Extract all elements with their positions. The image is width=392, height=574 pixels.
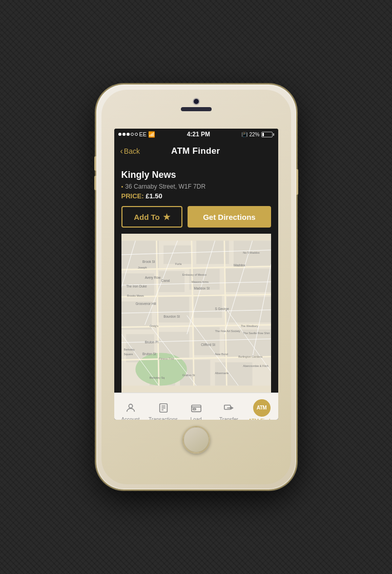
- battery-fill: [262, 133, 264, 136]
- svg-rect-78: [193, 408, 196, 409]
- back-label: Back: [124, 147, 140, 155]
- load-icon: [189, 401, 203, 415]
- tab-account[interactable]: Account: [114, 393, 147, 420]
- phone-frame: EE 📶 4:21 PM 📳 22%: [96, 85, 296, 489]
- get-directions-label: Get Directions: [203, 213, 256, 221]
- carrier-name: EE: [139, 131, 147, 137]
- price-label: PRICE:: [121, 192, 144, 200]
- tab-transactions-label: Transactions: [149, 417, 178, 420]
- battery-indicator: [261, 132, 274, 137]
- tab-transfer[interactable]: Transfer: [213, 393, 245, 420]
- svg-text:Canal: Canal: [161, 279, 170, 282]
- screen: EE 📶 4:21 PM 📳 22%: [114, 129, 278, 420]
- price-value: £1.50: [146, 192, 162, 200]
- svg-text:Bruton St: Bruton St: [142, 352, 156, 356]
- svg-text:Maddox St: Maddox St: [194, 286, 210, 290]
- account-icon: [123, 401, 138, 415]
- tab-bar: Account Transactions: [114, 393, 278, 420]
- transfer-icon: [222, 401, 236, 415]
- wifi-icon: 📶: [148, 131, 155, 138]
- speaker: [181, 107, 212, 111]
- map-view[interactable]: Maddox St Grosvenor Hill Bourdon St S Ge…: [121, 234, 271, 393]
- location-name: Kingly News: [121, 170, 271, 180]
- svg-text:Burlington Gardens: Burlington Gardens: [238, 355, 262, 358]
- add-to-label: Add To: [134, 213, 160, 221]
- back-button[interactable]: ‹ Back: [120, 147, 140, 156]
- signal-dot-4: [131, 133, 134, 136]
- tab-load[interactable]: Load: [180, 393, 213, 420]
- address-text: 36 Carnaby Street, W1F 7DR: [125, 183, 205, 190]
- star-icon: ★: [163, 212, 170, 222]
- power-button[interactable]: [296, 169, 298, 195]
- signal-dot-3: [127, 133, 130, 136]
- battery-body: [261, 132, 273, 137]
- svg-text:Albermarle: Albermarle: [215, 372, 228, 375]
- signal-dot-2: [122, 133, 126, 136]
- action-buttons: Add To ★ Get Directions: [121, 206, 271, 228]
- svg-text:Masons Arms: Masons Arms: [191, 280, 208, 283]
- chevron-left-icon: ‹: [120, 147, 123, 156]
- svg-text:S George: S George: [215, 307, 229, 311]
- bluetooth-icon: 📳: [241, 132, 247, 137]
- svg-rect-10: [156, 297, 189, 322]
- phone-inner: EE 📶 4:21 PM 📳 22%: [101, 90, 291, 484]
- location-price: PRICE: £1.50: [121, 192, 271, 200]
- tab-transfer-label: Transfer: [219, 417, 238, 420]
- svg-rect-2: [163, 245, 192, 264]
- svg-text:Grafton St: Grafton St: [182, 374, 195, 377]
- svg-text:Bourdon St: Bourdon St: [163, 315, 180, 318]
- status-bar: EE 📶 4:21 PM 📳 22%: [114, 129, 278, 140]
- tab-account-label: Account: [121, 417, 139, 420]
- svg-rect-11: [194, 295, 222, 318]
- add-to-button[interactable]: Add To ★: [121, 206, 183, 228]
- home-button-inner: [183, 427, 209, 453]
- svg-text:Furla: Furla: [175, 262, 181, 265]
- svg-text:The Westbury: The Westbury: [240, 324, 258, 327]
- map-svg: Maddox St Grosvenor Hill Bourdon St S Ge…: [121, 234, 271, 393]
- battery-tip: [273, 133, 274, 136]
- pin-icon: •: [121, 183, 123, 190]
- volume-down-button[interactable]: [94, 176, 96, 190]
- svg-point-72: [129, 404, 132, 407]
- svg-rect-8: [224, 269, 271, 292]
- svg-text:Clifford St: Clifford St: [201, 343, 215, 346]
- svg-text:Bruton Pl: Bruton Pl: [145, 340, 158, 344]
- transactions-icon: [156, 401, 171, 415]
- nav-title: ATM Finder: [140, 146, 252, 156]
- battery-percentage: 22%: [249, 132, 259, 137]
- tab-atm-finder-label: ATM Finder: [249, 418, 275, 420]
- svg-text:Avery Row: Avery Row: [145, 276, 160, 280]
- get-directions-button[interactable]: Get Directions: [188, 206, 271, 228]
- svg-text:New Bond: New Bond: [215, 353, 228, 356]
- svg-text:No 5 Maddox: No 5 Maddox: [243, 251, 260, 254]
- signal-indicator: [118, 133, 138, 136]
- svg-text:Joseph: Joseph: [137, 266, 147, 269]
- svg-text:Brook St: Brook St: [142, 260, 155, 263]
- svg-text:The Iron Duke: The Iron Duke: [126, 284, 147, 288]
- svg-text:Abercrombie & Fitch: Abercrombie & Fitch: [243, 364, 269, 367]
- svg-text:Grosvenor Hill: Grosvenor Hill: [135, 302, 156, 305]
- tab-atm-finder[interactable]: ATM ATM Finder: [245, 393, 278, 420]
- content-area: Kingly News • 36 Carnaby Street, W1F 7DR…: [114, 162, 278, 393]
- svg-text:The Fine Art Society: The Fine Art Society: [215, 330, 240, 333]
- camera: [194, 99, 199, 104]
- home-button[interactable]: [182, 426, 210, 454]
- svg-rect-79: [224, 405, 230, 409]
- svg-text:Fitness First: Fitness First: [159, 357, 174, 360]
- svg-text:Greig's: Greig's: [149, 324, 158, 327]
- svg-text:Embassy of Mexico: Embassy of Mexico: [182, 273, 206, 276]
- svg-text:Berkeley Sq: Berkeley Sq: [149, 376, 164, 379]
- status-right: 📳 22%: [241, 132, 274, 137]
- status-left: EE 📶: [118, 131, 156, 138]
- tab-load-label: Load: [190, 417, 201, 420]
- nav-bar: ‹ Back ATM Finder: [114, 140, 278, 162]
- svg-text:Maddox: Maddox: [234, 263, 245, 267]
- status-time: 4:21 PM: [187, 131, 210, 138]
- svg-text:Berkeley: Berkeley: [123, 348, 135, 351]
- tab-transactions[interactable]: Transactions: [147, 393, 180, 420]
- signal-dot-1: [118, 133, 121, 136]
- volume-up-button[interactable]: [94, 156, 96, 171]
- location-address: • 36 Carnaby Street, W1F 7DR: [121, 183, 271, 190]
- svg-text:Square: Square: [123, 353, 133, 356]
- signal-dot-5: [135, 133, 138, 136]
